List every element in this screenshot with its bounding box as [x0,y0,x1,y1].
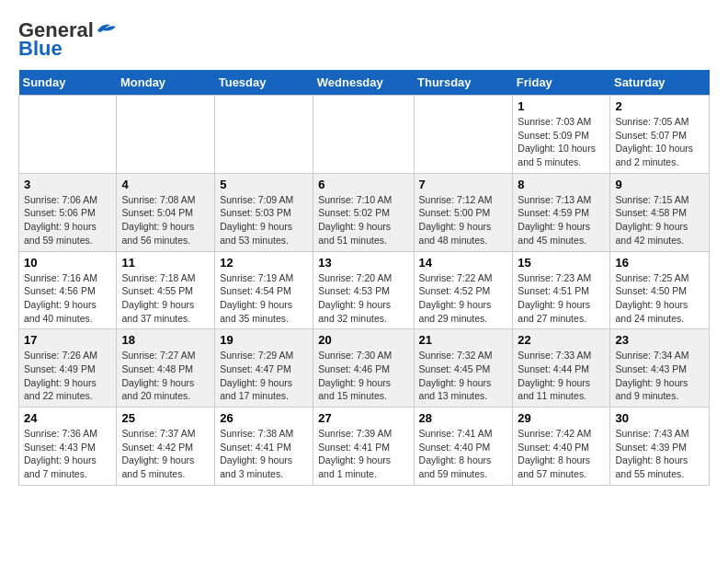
calendar-week-4: 17Sunrise: 7:26 AM Sunset: 4:49 PM Dayli… [19,329,710,408]
day-number: 24 [24,411,111,425]
weekday-header-row: SundayMondayTuesdayWednesdayThursdayFrid… [19,70,710,96]
calendar-cell: 16Sunrise: 7:25 AM Sunset: 4:50 PM Dayli… [610,251,710,329]
calendar-week-2: 3Sunrise: 7:06 AM Sunset: 5:06 PM Daylig… [19,173,710,251]
logo-bird-icon [96,21,116,36]
calendar-cell [414,96,513,174]
day-number: 13 [318,256,408,270]
logo: General Blue [18,18,116,61]
day-info: Sunrise: 7:27 AM Sunset: 4:48 PM Dayligh… [121,349,210,403]
day-info: Sunrise: 7:39 AM Sunset: 4:41 PM Dayligh… [318,427,408,481]
calendar-cell: 30Sunrise: 7:43 AM Sunset: 4:39 PM Dayli… [610,408,710,486]
calendar-cell: 2Sunrise: 7:05 AM Sunset: 5:07 PM Daylig… [610,96,710,174]
day-info: Sunrise: 7:41 AM Sunset: 4:40 PM Dayligh… [419,427,508,481]
day-number: 30 [615,411,704,425]
calendar-cell [215,96,313,174]
calendar-cell: 11Sunrise: 7:18 AM Sunset: 4:55 PM Dayli… [117,251,215,329]
day-info: Sunrise: 7:12 AM Sunset: 5:00 PM Dayligh… [419,193,508,247]
calendar-cell: 19Sunrise: 7:29 AM Sunset: 4:47 PM Dayli… [215,329,313,408]
day-info: Sunrise: 7:23 AM Sunset: 4:51 PM Dayligh… [518,271,605,326]
day-number: 1 [518,99,605,113]
day-info: Sunrise: 7:43 AM Sunset: 4:39 PM Dayligh… [615,427,704,481]
day-info: Sunrise: 7:16 AM Sunset: 4:56 PM Dayligh… [24,271,111,326]
day-number: 5 [220,178,308,191]
calendar-cell: 23Sunrise: 7:34 AM Sunset: 4:43 PM Dayli… [610,329,710,408]
day-info: Sunrise: 7:25 AM Sunset: 4:50 PM Dayligh… [615,271,704,326]
calendar-cell: 17Sunrise: 7:26 AM Sunset: 4:49 PM Dayli… [19,329,117,408]
calendar-cell: 18Sunrise: 7:27 AM Sunset: 4:48 PM Dayli… [117,329,215,408]
day-number: 21 [419,333,508,347]
day-info: Sunrise: 7:03 AM Sunset: 5:09 PM Dayligh… [518,115,605,169]
calendar-week-1: 1Sunrise: 7:03 AM Sunset: 5:09 PM Daylig… [19,96,710,174]
calendar-body: 1Sunrise: 7:03 AM Sunset: 5:09 PM Daylig… [19,96,710,486]
calendar-cell [19,96,117,174]
calendar-cell: 1Sunrise: 7:03 AM Sunset: 5:09 PM Daylig… [513,96,610,174]
weekday-header-tuesday: Tuesday [215,70,313,96]
day-number: 20 [318,333,408,347]
calendar-cell: 22Sunrise: 7:33 AM Sunset: 4:44 PM Dayli… [513,329,610,408]
calendar-cell: 15Sunrise: 7:23 AM Sunset: 4:51 PM Dayli… [513,251,610,329]
day-number: 15 [518,256,605,270]
calendar-cell: 29Sunrise: 7:42 AM Sunset: 4:40 PM Dayli… [513,408,610,486]
day-info: Sunrise: 7:30 AM Sunset: 4:46 PM Dayligh… [318,349,408,403]
day-info: Sunrise: 7:38 AM Sunset: 4:41 PM Dayligh… [220,427,308,481]
calendar-cell: 13Sunrise: 7:20 AM Sunset: 4:53 PM Dayli… [313,251,414,329]
day-number: 9 [615,178,704,191]
day-number: 29 [518,411,605,425]
calendar-cell: 3Sunrise: 7:06 AM Sunset: 5:06 PM Daylig… [19,173,117,251]
weekday-header-saturday: Saturday [610,70,710,96]
day-number: 4 [121,178,210,191]
day-number: 25 [121,411,210,425]
day-info: Sunrise: 7:20 AM Sunset: 4:53 PM Dayligh… [318,271,408,326]
day-info: Sunrise: 7:32 AM Sunset: 4:45 PM Dayligh… [419,349,508,403]
day-info: Sunrise: 7:13 AM Sunset: 4:59 PM Dayligh… [518,193,605,247]
calendar-cell: 21Sunrise: 7:32 AM Sunset: 4:45 PM Dayli… [414,329,513,408]
day-number: 14 [419,256,508,270]
calendar-cell [313,96,414,174]
day-number: 17 [24,333,111,347]
calendar-cell: 25Sunrise: 7:37 AM Sunset: 4:42 PM Dayli… [117,408,215,486]
calendar-week-5: 24Sunrise: 7:36 AM Sunset: 4:43 PM Dayli… [19,408,710,486]
calendar-week-3: 10Sunrise: 7:16 AM Sunset: 4:56 PM Dayli… [19,251,710,329]
calendar-cell: 4Sunrise: 7:08 AM Sunset: 5:04 PM Daylig… [117,173,215,251]
weekday-header-wednesday: Wednesday [313,70,414,96]
day-number: 16 [615,256,704,270]
calendar-cell: 20Sunrise: 7:30 AM Sunset: 4:46 PM Dayli… [313,329,414,408]
day-number: 2 [615,99,704,113]
day-info: Sunrise: 7:22 AM Sunset: 4:52 PM Dayligh… [419,271,508,326]
day-info: Sunrise: 7:08 AM Sunset: 5:04 PM Dayligh… [121,193,210,247]
day-info: Sunrise: 7:34 AM Sunset: 4:43 PM Dayligh… [615,349,704,403]
day-number: 18 [121,333,210,347]
day-info: Sunrise: 7:19 AM Sunset: 4:54 PM Dayligh… [220,271,308,326]
calendar-cell: 6Sunrise: 7:10 AM Sunset: 5:02 PM Daylig… [313,173,414,251]
calendar-cell: 10Sunrise: 7:16 AM Sunset: 4:56 PM Dayli… [19,251,117,329]
day-info: Sunrise: 7:29 AM Sunset: 4:47 PM Dayligh… [220,349,308,403]
day-info: Sunrise: 7:05 AM Sunset: 5:07 PM Dayligh… [615,115,704,169]
day-info: Sunrise: 7:15 AM Sunset: 4:58 PM Dayligh… [615,193,704,247]
day-info: Sunrise: 7:06 AM Sunset: 5:06 PM Dayligh… [24,193,111,247]
calendar-table: SundayMondayTuesdayWednesdayThursdayFrid… [18,70,710,486]
calendar-cell: 7Sunrise: 7:12 AM Sunset: 5:00 PM Daylig… [414,173,513,251]
weekday-header-friday: Friday [513,70,610,96]
day-info: Sunrise: 7:09 AM Sunset: 5:03 PM Dayligh… [220,193,308,247]
weekday-header-sunday: Sunday [19,70,117,96]
day-number: 22 [518,333,605,347]
day-number: 3 [24,178,111,191]
calendar-cell: 9Sunrise: 7:15 AM Sunset: 4:58 PM Daylig… [610,173,710,251]
calendar-header: SundayMondayTuesdayWednesdayThursdayFrid… [19,70,710,96]
day-number: 28 [419,411,508,425]
calendar-cell: 24Sunrise: 7:36 AM Sunset: 4:43 PM Dayli… [19,408,117,486]
day-info: Sunrise: 7:42 AM Sunset: 4:40 PM Dayligh… [518,427,605,481]
day-number: 26 [220,411,308,425]
page-header: General Blue [18,18,710,61]
calendar-cell: 26Sunrise: 7:38 AM Sunset: 4:41 PM Dayli… [215,408,313,486]
day-info: Sunrise: 7:33 AM Sunset: 4:44 PM Dayligh… [518,349,605,403]
calendar-cell: 8Sunrise: 7:13 AM Sunset: 4:59 PM Daylig… [513,173,610,251]
day-info: Sunrise: 7:10 AM Sunset: 5:02 PM Dayligh… [318,193,408,247]
day-number: 23 [615,333,704,347]
day-number: 19 [220,333,308,347]
calendar-cell [117,96,215,174]
day-number: 8 [518,178,605,191]
day-info: Sunrise: 7:37 AM Sunset: 4:42 PM Dayligh… [121,427,210,481]
day-number: 6 [318,178,408,191]
weekday-header-monday: Monday [117,70,215,96]
